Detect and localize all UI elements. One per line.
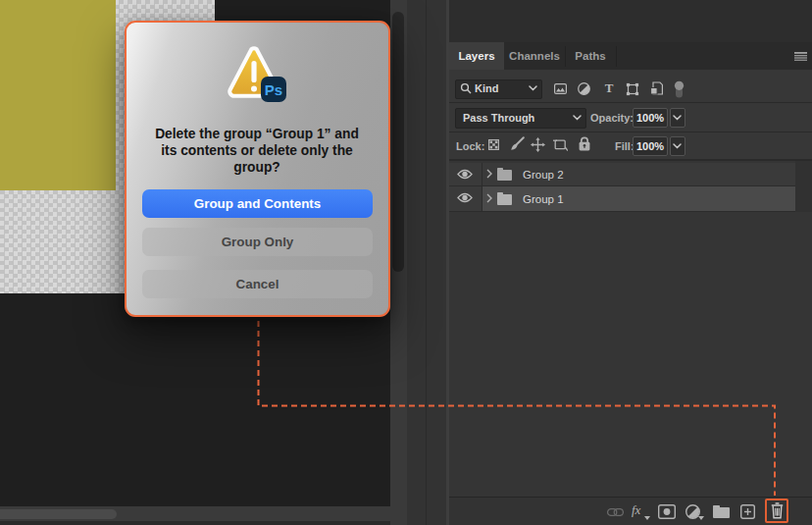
svg-text:Ps: Ps (265, 81, 282, 98)
